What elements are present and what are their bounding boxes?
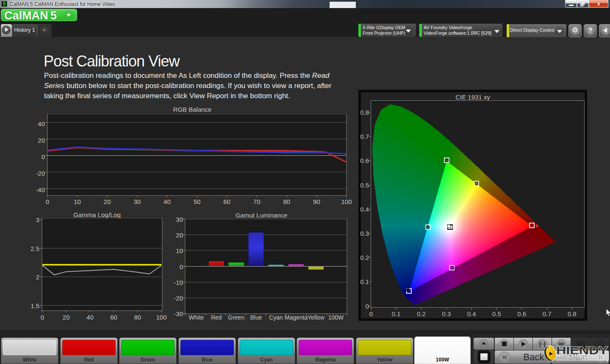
svg-text:WWW.HIENDY.COM: WWW.HIENDY.COM bbox=[557, 358, 576, 360]
